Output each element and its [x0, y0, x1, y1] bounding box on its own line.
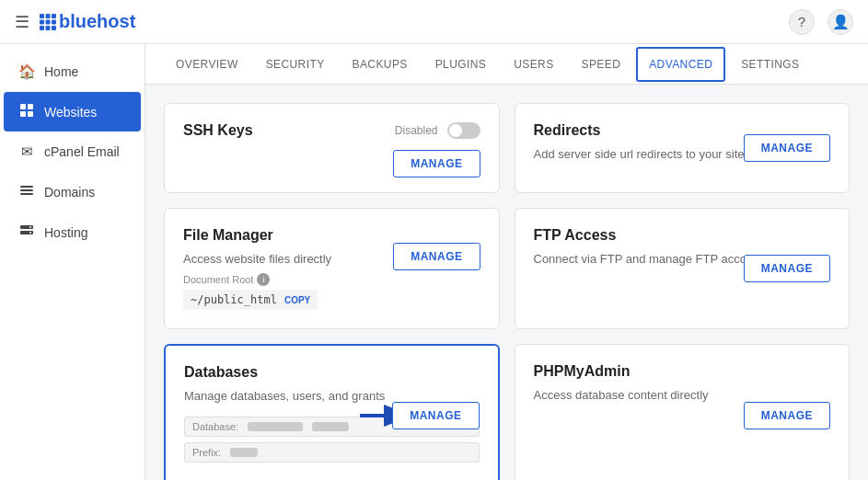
logo-text: bluehost: [59, 11, 135, 32]
sidebar: 🏠 Home Websites ✉ cPanel Email: [0, 44, 145, 480]
sidebar-item-websites[interactable]: Websites: [4, 92, 141, 131]
phpmyadmin-manage-button[interactable]: MANAGE: [744, 402, 830, 429]
svg-rect-10: [28, 104, 33, 109]
logo: bluehost: [39, 11, 135, 32]
svg-rect-0: [40, 14, 44, 18]
layout: 🏠 Home Websites ✉ cPanel Email: [0, 44, 868, 480]
databases-manage-button[interactable]: MANAGE: [392, 402, 479, 429]
svg-rect-14: [20, 189, 33, 191]
doc-root-info-icon[interactable]: i: [257, 273, 270, 286]
user-avatar[interactable]: 👤: [827, 9, 853, 35]
svg-rect-13: [20, 186, 33, 188]
sidebar-item-home-label: Home: [44, 64, 78, 79]
hosting-icon: [18, 223, 35, 241]
tab-security[interactable]: SECURITY: [254, 48, 337, 81]
ssh-manage-button[interactable]: MANAGE: [393, 150, 480, 177]
sidebar-item-cpanel-email[interactable]: ✉ cPanel Email: [4, 132, 141, 171]
domains-icon: [18, 183, 35, 200]
svg-rect-11: [20, 111, 26, 117]
svg-point-19: [29, 232, 31, 234]
svg-rect-6: [40, 26, 44, 30]
file-manager-manage-button[interactable]: MANAGE: [393, 243, 480, 270]
sidebar-item-domains[interactable]: Domains: [4, 172, 141, 211]
phpmyadmin-title: PHPMyAdmin: [534, 363, 831, 380]
svg-rect-9: [20, 104, 26, 109]
svg-rect-3: [40, 19, 44, 24]
tabs-bar: OVERVIEW SECURITY BACKUPS PLUGINS USERS …: [145, 44, 868, 85]
tab-overview[interactable]: OVERVIEW: [164, 48, 250, 81]
sidebar-item-hosting-label: Hosting: [44, 225, 87, 240]
database-value-blur1: [248, 422, 303, 431]
svg-rect-7: [46, 26, 51, 30]
phpmyadmin-card: PHPMyAdmin Access database content direc…: [515, 344, 851, 480]
svg-rect-15: [20, 193, 33, 195]
redirects-card: Redirects Add server side url redirects …: [515, 103, 851, 193]
top-nav-right: ? 👤: [789, 9, 853, 35]
cards-area: SSH Keys Disabled MANAGE Redirects Add s…: [145, 85, 868, 480]
file-manager-card: File Manager Access website files direct…: [164, 208, 500, 329]
top-nav-left: ☰ bluehost: [15, 11, 135, 32]
copy-button[interactable]: COPY: [284, 295, 310, 305]
tab-settings[interactable]: SETTINGS: [729, 48, 811, 81]
tab-speed[interactable]: SPEED: [570, 48, 633, 81]
ftp-title: FTP Access: [534, 227, 831, 244]
ftp-access-card: FTP Access Connect via FTP and manage FT…: [515, 208, 851, 329]
email-icon: ✉: [18, 143, 35, 160]
doc-root-label-text: Document Root: [183, 274, 253, 285]
tab-plugins[interactable]: PLUGINS: [423, 48, 498, 81]
file-manager-title: File Manager: [183, 227, 480, 244]
svg-rect-8: [52, 26, 56, 30]
ssh-toggle[interactable]: [447, 122, 480, 139]
svg-rect-5: [52, 19, 56, 24]
redirects-manage-button[interactable]: MANAGE: [744, 134, 830, 162]
tab-advanced[interactable]: ADVANCED: [636, 47, 725, 82]
svg-rect-1: [46, 14, 51, 18]
sidebar-item-domains-label: Domains: [44, 185, 95, 200]
websites-icon: [18, 103, 35, 120]
sidebar-item-websites-label: Websites: [44, 105, 97, 120]
svg-rect-12: [28, 111, 33, 117]
svg-point-18: [29, 226, 31, 228]
top-nav: ☰ bluehost ? 👤: [0, 0, 868, 44]
doc-root-path: ~/public_html COPY: [183, 290, 318, 310]
tab-backups[interactable]: BACKUPS: [341, 48, 420, 81]
svg-rect-4: [46, 19, 51, 24]
database-label: Database:: [192, 421, 238, 432]
tab-users[interactable]: USERS: [502, 48, 565, 81]
prefix-field: Prefix:: [184, 442, 480, 463]
home-icon: 🏠: [18, 63, 35, 80]
ftp-manage-button[interactable]: MANAGE: [744, 255, 830, 282]
prefix-value-blur: [230, 448, 258, 457]
ssh-keys-card: SSH Keys Disabled MANAGE: [164, 103, 500, 193]
help-icon[interactable]: ?: [789, 9, 815, 35]
databases-title: Databases: [184, 364, 480, 381]
database-value-blur2: [312, 422, 349, 431]
sidebar-item-hosting[interactable]: Hosting: [4, 212, 141, 252]
sidebar-item-email-label: cPanel Email: [44, 144, 120, 159]
svg-rect-2: [52, 14, 56, 18]
databases-card: Databases Manage databases, users, and g…: [164, 344, 500, 480]
logo-icon: [39, 13, 57, 31]
main-content: OVERVIEW SECURITY BACKUPS PLUGINS USERS …: [145, 44, 868, 480]
doc-root-label: Document Root i: [183, 273, 480, 286]
prefix-label: Prefix:: [192, 447, 221, 458]
ssh-disabled-label: Disabled: [395, 124, 438, 137]
hamburger-icon[interactable]: ☰: [15, 12, 29, 32]
doc-root-value: ~/public_html: [191, 293, 277, 306]
ssh-toggle-group: Disabled: [395, 122, 480, 139]
sidebar-item-home[interactable]: 🏠 Home: [4, 52, 141, 91]
